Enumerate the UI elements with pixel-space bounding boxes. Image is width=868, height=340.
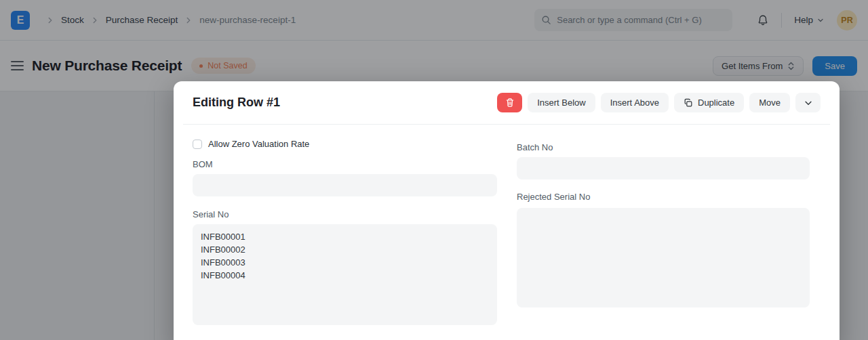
bom-label: BOM	[193, 159, 213, 169]
batch-no-input[interactable]	[517, 157, 810, 179]
serial-no-textarea[interactable]: INFB00001 INFB00002 INFB00003 INFB00004	[193, 224, 497, 325]
modal-header: Editing Row #1 Insert Below Insert Above…	[174, 81, 840, 124]
serial-no-label: Serial No	[193, 209, 229, 219]
allow-zero-valuation-checkbox[interactable]: Allow Zero Valuation Rate	[193, 139, 309, 149]
checkbox-icon[interactable]	[193, 140, 202, 149]
insert-below-button[interactable]: Insert Below	[528, 93, 595, 112]
duplicate-button[interactable]: Duplicate	[674, 93, 744, 112]
delete-row-button[interactable]	[497, 93, 522, 112]
move-button[interactable]: Move	[749, 93, 790, 112]
batch-no-label: Batch No	[517, 142, 553, 152]
rejected-serial-no-label: Rejected Serial No	[517, 192, 590, 202]
copy-icon	[684, 98, 693, 108]
rejected-serial-no-textarea[interactable]	[517, 208, 810, 307]
allow-zero-valuation-label: Allow Zero Valuation Rate	[208, 139, 309, 149]
collapse-row-button[interactable]	[795, 93, 821, 112]
modal-body: Allow Zero Valuation Rate BOM Serial No …	[174, 124, 840, 340]
trash-icon	[505, 98, 515, 108]
duplicate-label: Duplicate	[698, 98, 734, 108]
bom-input[interactable]	[193, 174, 497, 196]
modal-title: Editing Row #1	[193, 95, 280, 110]
insert-above-button[interactable]: Insert Above	[601, 93, 669, 112]
editing-row-modal: Editing Row #1 Insert Below Insert Above…	[174, 81, 840, 340]
chevron-down-icon	[804, 98, 813, 108]
